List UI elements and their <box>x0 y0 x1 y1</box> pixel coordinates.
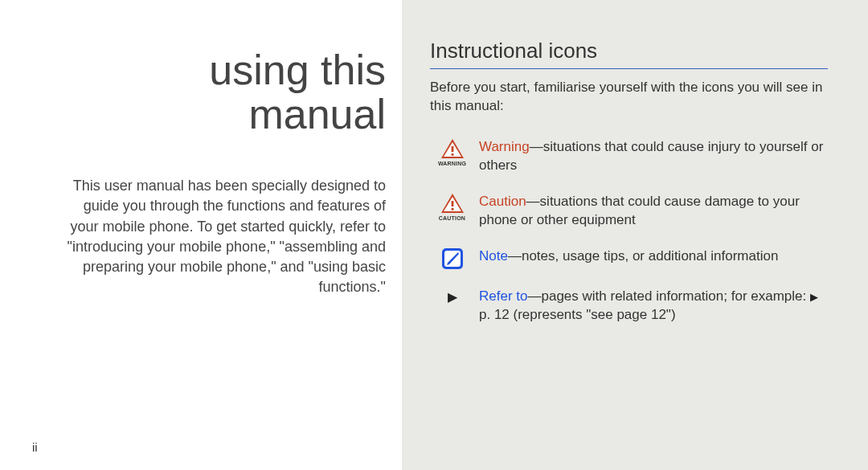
caution-term: Caution <box>479 194 526 209</box>
refer-term: Refer to <box>479 288 527 304</box>
svg-rect-1 <box>451 153 453 156</box>
icon-row-caution: CAUTION Caution—situations that could ca… <box>430 193 828 230</box>
warning-label: WARNING <box>438 161 466 166</box>
page-number: ii <box>32 440 38 454</box>
note-term: Note <box>479 248 508 264</box>
refer-desc2: p. 12 (represents "see page 12") <box>479 307 676 322</box>
section-heading: Instructional icons <box>430 39 828 69</box>
icon-col: CAUTION <box>430 193 474 221</box>
inline-arrow-icon: ▶ <box>810 290 818 304</box>
caution-desc: —situations that could cause damage to y… <box>479 194 800 227</box>
intro-paragraph: This user manual has been specially desi… <box>32 176 386 297</box>
note-text: Note—notes, usage tips, or additional in… <box>474 247 828 266</box>
icon-col <box>430 247 474 270</box>
caution-icon <box>440 193 465 214</box>
icon-col: ▶ <box>430 288 474 304</box>
icon-row-refer: ▶ Refer to—pages with related informatio… <box>430 288 828 325</box>
refer-to-icon: ▶ <box>448 288 457 304</box>
svg-rect-0 <box>451 146 453 152</box>
refer-text: Refer to—pages with related information;… <box>474 288 828 325</box>
page-title: using this manual <box>32 48 386 136</box>
title-line2: manual <box>248 91 386 137</box>
icon-col: WARNING <box>430 138 474 166</box>
section-intro: Before you start, familiarise yourself w… <box>430 79 828 116</box>
title-line1: using this <box>209 47 386 93</box>
note-desc: —notes, usage tips, or additional inform… <box>508 248 778 264</box>
left-page: using this manual This user manual has b… <box>0 0 402 470</box>
right-page: Instructional icons Before you start, fa… <box>402 0 868 470</box>
caution-text: Caution—situations that could cause dama… <box>474 193 828 230</box>
refer-desc1: —pages with related information; for exa… <box>527 288 810 304</box>
warning-desc: —situations that could cause injury to y… <box>479 139 823 173</box>
svg-rect-3 <box>451 208 453 210</box>
note-icon <box>441 247 464 270</box>
warning-term: Warning <box>479 139 530 154</box>
icon-row-note: Note—notes, usage tips, or additional in… <box>430 247 828 270</box>
caution-label: CAUTION <box>439 215 465 221</box>
warning-icon <box>440 138 465 159</box>
warning-text: Warning—situations that could cause inju… <box>474 138 828 175</box>
svg-rect-2 <box>451 201 453 206</box>
icon-row-warning: WARNING Warning—situations that could ca… <box>430 138 828 175</box>
